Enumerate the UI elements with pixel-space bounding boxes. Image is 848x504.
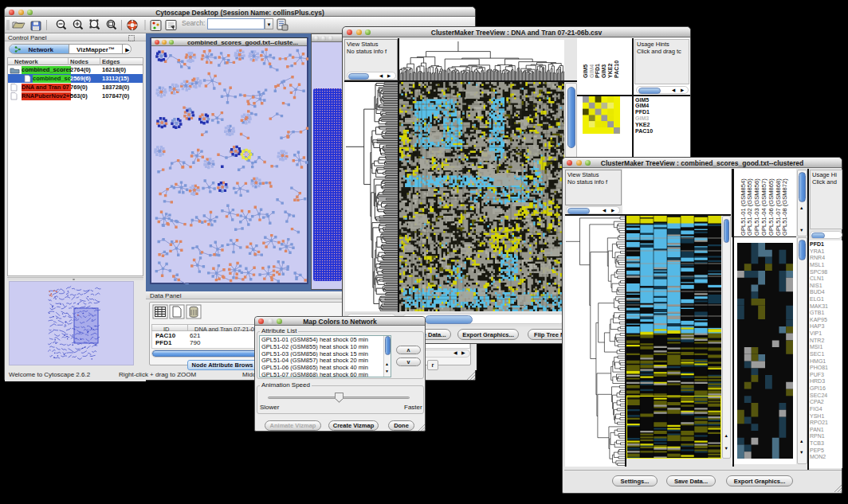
svg-text:NTR2: NTR2 — [810, 338, 824, 343]
svg-text:GIM3: GIM3 — [601, 64, 607, 78]
svg-text:PUF3: PUF3 — [810, 372, 824, 377]
svg-text:PFD1: PFD1 — [810, 241, 824, 247]
svg-text:HAP3: HAP3 — [810, 323, 824, 329]
svg-text:GIM4: GIM4 — [635, 103, 649, 108]
svg-text:PAC10: PAC10 — [614, 61, 619, 78]
svg-text:YKE2: YKE2 — [607, 64, 613, 78]
svg-text:RPO21: RPO21 — [810, 420, 828, 425]
svg-text:HRD3: HRD3 — [810, 378, 825, 384]
svg-text:YRA1: YRA1 — [810, 248, 824, 254]
svg-text:GPL51-03 (GSM856): GPL51-03 (GSM856) — [753, 178, 760, 236]
svg-text:RNR4: RNR4 — [810, 255, 825, 260]
svg-text:FIG4: FIG4 — [810, 406, 822, 412]
svg-text:GPL51-02 (GSM855): GPL51-02 (GSM855) — [746, 178, 753, 236]
svg-text:GPL51-08 (GSM872): GPL51-08 (GSM872) — [781, 178, 788, 236]
svg-text:PHO81: PHO81 — [810, 365, 828, 370]
svg-text:GIM3: GIM3 — [635, 115, 649, 121]
svg-text:GTB1: GTB1 — [810, 310, 824, 315]
svg-text:GPL51-06 (GSM865): GPL51-06 (GSM865) — [768, 178, 775, 236]
svg-text:PFD1: PFD1 — [595, 64, 600, 78]
svg-text:PAC10: PAC10 — [635, 128, 653, 134]
svg-text:PAN1: PAN1 — [810, 427, 824, 432]
svg-text:PEP5: PEP5 — [810, 447, 824, 453]
svg-text:NIS1: NIS1 — [810, 283, 822, 288]
svg-text:RPN1: RPN1 — [810, 433, 825, 439]
svg-text:MAK31: MAK31 — [810, 303, 828, 309]
svg-text:SEC24: SEC24 — [810, 393, 827, 398]
svg-text:GPI16: GPI16 — [810, 385, 826, 391]
svg-text:HMG1: HMG1 — [810, 358, 826, 364]
svg-text:GIM4: GIM4 — [589, 64, 595, 78]
svg-text:MSL1: MSL1 — [810, 262, 824, 268]
svg-text:ELG1: ELG1 — [810, 296, 824, 302]
svg-text:GPL51-04 (GSM857): GPL51-04 (GSM857) — [760, 178, 768, 236]
svg-text:VIP1: VIP1 — [810, 330, 822, 336]
svg-text:TCB3: TCB3 — [810, 440, 824, 446]
svg-text:GPL51-01 (GSM854): GPL51-01 (GSM854) — [740, 178, 747, 236]
svg-text:SPC98: SPC98 — [810, 269, 827, 275]
svg-text:CPA2: CPA2 — [810, 399, 824, 404]
svg-text:KAP95: KAP95 — [810, 317, 827, 322]
svg-text:YKE2: YKE2 — [635, 122, 650, 127]
svg-text:SEC1: SEC1 — [810, 351, 824, 357]
svg-text:MSI1: MSI1 — [810, 344, 822, 350]
svg-text:GPL51-07 (GSM868): GPL51-07 (GSM868) — [775, 178, 782, 236]
svg-text:YSH1: YSH1 — [810, 413, 824, 419]
svg-text:GIM5: GIM5 — [583, 64, 588, 78]
svg-text:PFD1: PFD1 — [635, 109, 650, 115]
svg-text:BUD4: BUD4 — [810, 289, 825, 295]
svg-text:MON2: MON2 — [810, 454, 826, 459]
svg-text:GIM5: GIM5 — [635, 97, 649, 103]
svg-text:CLN1: CLN1 — [810, 275, 824, 281]
